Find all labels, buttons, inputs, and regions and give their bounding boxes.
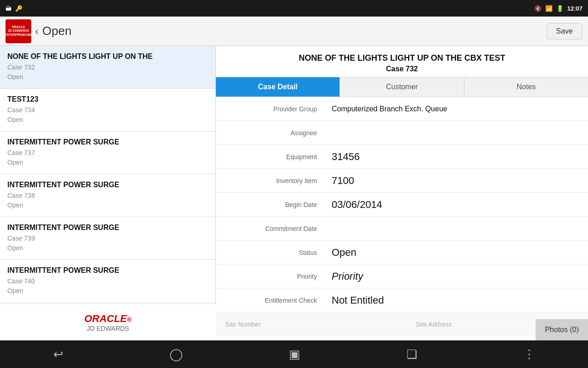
menu-nav-button[interactable]: ⋮: [523, 347, 535, 362]
field-row-site: Site Number Site Address: [216, 312, 588, 336]
label-status: Status: [216, 244, 326, 261]
case-list-item-4[interactable]: INTERMITTENT POWER SURGE Case 739 Open: [0, 217, 215, 260]
case-item-sub-5: Case 740 Open: [7, 276, 208, 296]
tab-customer[interactable]: Customer: [340, 77, 464, 97]
label-inventory-item: Inventory Item: [216, 172, 326, 189]
oracle-logo-text: ORACLE®: [84, 313, 131, 325]
mountain-icon: 🏔: [6, 5, 11, 12]
status-bar-left: 🏔 🔑: [6, 5, 23, 12]
case-item-title-4: INTERMITTENT POWER SURGE: [7, 224, 208, 232]
field-row-inventory-item: Inventory Item 7100: [216, 169, 588, 193]
field-row-entitlement-check: Entitlement Check Not Entitled: [216, 288, 588, 312]
wifi-icon: 📶: [545, 5, 553, 12]
value-site-number[interactable]: [326, 320, 411, 329]
back-button[interactable]: ‹: [35, 25, 39, 38]
detail-header-case: Case 732: [220, 65, 584, 73]
case-item-sub-1: Case 734 Open: [7, 105, 208, 125]
value-priority[interactable]: Priority: [326, 266, 588, 287]
detail-tabs: Case Detail Customer Notes: [216, 77, 588, 97]
label-site-number: Site Number: [216, 316, 326, 333]
case-list-item-5[interactable]: INTERMITTENT POWER SURGE Case 740 Open: [0, 260, 215, 303]
tab-notes[interactable]: Notes: [464, 77, 588, 97]
case-list-item-3[interactable]: INTERMITTENT POWER SURGE Case 738 Open: [0, 174, 215, 217]
key-icon: 🔑: [15, 5, 23, 12]
case-item-sub-4: Case 739 Open: [7, 234, 208, 253]
case-item-sub-0: Case 732 Open: [7, 63, 208, 82]
case-list-item-1[interactable]: TEST123 Case 734 Open: [0, 89, 215, 132]
status-bar-right: 🔇 📶 🔋 12:07: [534, 5, 582, 12]
detail-fields: Provider Group Computerized Branch Exch.…: [216, 97, 588, 340]
detail-header-title: NONE OF THE LIGHTS LIGHT UP ON THE CBX T…: [220, 53, 584, 63]
label-begin-date: Begin Date: [216, 196, 326, 213]
status-bar: 🏔 🔑 🔇 📶 🔋 12:07: [0, 0, 588, 17]
home-nav-button[interactable]: ◯: [170, 347, 183, 362]
case-item-sub-3: Case 738 Open: [7, 191, 208, 210]
field-row-equipment: Equipment 31456: [216, 145, 588, 169]
field-row-begin-date: Begin Date 03/06/2014: [216, 193, 588, 217]
value-inventory-item[interactable]: 7100: [326, 170, 588, 191]
mute-icon: 🔇: [534, 5, 542, 12]
oracle-logo-area: ORACLE® JD EDWARDS: [0, 304, 216, 340]
value-equipment[interactable]: 31456: [326, 146, 588, 167]
case-list-item-0[interactable]: NONE OF THE LIGHTS LIGHT UP ON THE Case …: [0, 46, 215, 89]
field-row-assignee: Assignee: [216, 121, 588, 145]
oracle-logo-nav: ORACLEJD EDWARDSENTERPRISEONE: [6, 19, 31, 43]
value-assignee[interactable]: [326, 128, 588, 138]
back-nav-button[interactable]: ↩: [53, 347, 63, 362]
field-row-status: Status Open: [216, 241, 588, 264]
photos-button[interactable]: Photos (0): [536, 319, 588, 340]
value-commitment-date[interactable]: [326, 224, 588, 233]
value-status[interactable]: Open: [326, 242, 588, 263]
save-button[interactable]: Save: [547, 23, 582, 40]
battery-icon: 🔋: [556, 5, 564, 12]
case-item-title-2: INTERMITTENT POWER SURGE: [7, 138, 208, 146]
case-list: NONE OF THE LIGHTS LIGHT UP ON THE Case …: [0, 46, 216, 340]
oracle-sub-text: JD EDWARDS: [87, 325, 129, 332]
value-provider-group[interactable]: Computerized Branch Exch. Queue: [326, 100, 588, 118]
detail-header: NONE OF THE LIGHTS LIGHT UP ON THE CBX T…: [216, 46, 588, 77]
case-list-item-2[interactable]: INTERMITTENT POWER SURGE Case 737 Open: [0, 132, 215, 174]
case-item-title-0: NONE OF THE LIGHTS LIGHT UP ON THE: [7, 52, 208, 61]
label-assignee: Assignee: [216, 125, 326, 141]
label-entitlement-check: Entitlement Check: [216, 292, 326, 309]
page-title: Open: [42, 24, 547, 38]
label-commitment-date: Commitment Date: [216, 220, 326, 237]
main-content: NONE OF THE LIGHTS LIGHT UP ON THE Case …: [0, 46, 588, 340]
tab-case-detail[interactable]: Case Detail: [216, 77, 340, 97]
detail-panel: NONE OF THE LIGHTS LIGHT UP ON THE CBX T…: [216, 46, 588, 340]
field-row-provider-group: Provider Group Computerized Branch Exch.…: [216, 97, 588, 121]
label-priority: Priority: [216, 268, 326, 285]
case-item-sub-2: Case 737 Open: [7, 148, 208, 167]
value-begin-date[interactable]: 03/06/2014: [326, 194, 588, 215]
label-provider-group: Provider Group: [216, 101, 326, 117]
label-equipment: Equipment: [216, 149, 326, 165]
field-row-priority: Priority Priority: [216, 264, 588, 288]
recents-nav-button[interactable]: ▣: [289, 347, 300, 362]
label-site-address: Site Address: [411, 316, 503, 333]
value-entitlement-check[interactable]: Not Entitled: [326, 290, 588, 311]
screenshot-nav-button[interactable]: ❏: [407, 347, 417, 362]
case-item-title-3: INTERMITTENT POWER SURGE: [7, 181, 208, 189]
case-item-title-5: INTERMITTENT POWER SURGE: [7, 266, 208, 275]
clock: 12:07: [567, 5, 582, 12]
field-row-commitment-date: Commitment Date: [216, 217, 588, 241]
case-item-title-1: TEST123: [7, 95, 208, 104]
bottom-nav: ↩ ◯ ▣ ❏ ⋮: [0, 340, 588, 368]
nav-bar: ORACLEJD EDWARDSENTERPRISEONE ‹ Open Sav…: [0, 17, 588, 46]
